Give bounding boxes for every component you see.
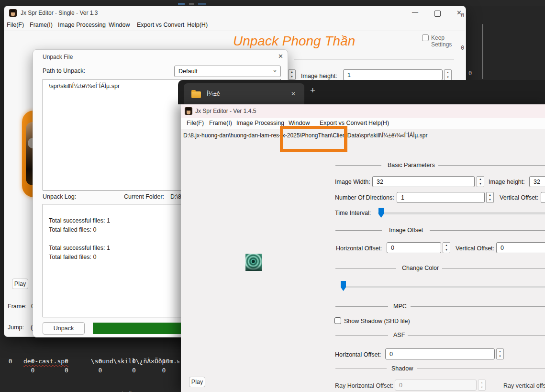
section-line (408, 335, 545, 336)
show-shadow-label: Show Shadow (SHD file) (344, 318, 410, 325)
editor-window: Jx Spr Editor - Ver 1.4.5 File(F) Frame(… (181, 104, 545, 392)
unpack-path-combobox[interactable]: Default (174, 66, 281, 77)
image-width-input[interactable]: 32 (372, 176, 475, 187)
io-vertical-input[interactable]: 0 (496, 242, 545, 253)
change-color-slider-track[interactable] (341, 286, 545, 288)
v13-separator (294, 59, 454, 59)
section-line (335, 230, 382, 231)
section-line (335, 306, 388, 307)
section-line (335, 335, 388, 336)
new-tab-button[interactable]: + (310, 85, 315, 96)
window-fragment (189, 3, 194, 5)
image-width-label: Image Width: (335, 179, 370, 185)
tab-close-icon[interactable]: ✕ (291, 90, 296, 97)
v13-play-button[interactable]: Play (12, 279, 28, 289)
sprite-preview-image (245, 254, 262, 271)
folder-icon (191, 91, 201, 98)
annotation-highlight-rect (280, 126, 347, 152)
ray-horizontal-input[interactable]: 0 (395, 380, 477, 391)
close-button[interactable]: ✕ (278, 53, 283, 60)
section-asf: ASF (393, 332, 405, 338)
io-horizontal-input[interactable]: 0 (387, 242, 441, 253)
menu-frame[interactable]: Frame(I) (209, 120, 232, 126)
menu-window[interactable]: Window (109, 22, 130, 28)
explorer-tab-bar: Í¼±ê ✕ + (178, 80, 545, 104)
annotation-title: Unpack Phong Thần (233, 34, 355, 49)
vertical-offset-label: Vertical Offset: (500, 194, 538, 201)
spinner[interactable]: ▲▼ (496, 348, 504, 359)
menu-export-vs-convert[interactable]: Export vs Convert (320, 120, 367, 126)
current-folder-label: Current Folder: (124, 193, 164, 200)
section-line (335, 165, 381, 166)
section-line (430, 230, 545, 231)
editor-play-button[interactable]: Play (189, 377, 205, 387)
v13-image-height-input[interactable]: 1 (343, 69, 443, 80)
unpack-button[interactable]: Unpack (43, 322, 85, 335)
menu-file[interactable]: File(F) (187, 120, 204, 126)
menu-frame[interactable]: Frame(I) (30, 22, 53, 28)
change-color-slider-thumb[interactable] (341, 281, 346, 291)
log-line: Total failed files: 0 (49, 226, 96, 233)
menu-window[interactable]: Window (289, 120, 310, 126)
asf-horizontal-input[interactable]: 0 (385, 348, 495, 359)
terminal-line: n-cast.spr \sound\skill\¿ñÀ×Õðµ0m.wav \s… (1, 381, 179, 392)
maximize-button[interactable] (434, 11, 441, 17)
app-icon (9, 9, 17, 17)
vertical-offset-input[interactable]: 0 (541, 192, 545, 203)
window-fragment (198, 3, 206, 5)
spinner[interactable]: ▲▼ (478, 380, 486, 391)
asf-horizontal-label: Horizontal Offset: (335, 351, 381, 358)
minimize-button[interactable]: — (412, 9, 418, 16)
section-basic-parameters: Basic Parameters (388, 162, 435, 168)
section-line (411, 306, 545, 307)
v13-frame-label: Frame: (8, 303, 27, 310)
spinner[interactable]: ▲▼ (477, 176, 484, 187)
time-interval-slider-track[interactable] (378, 213, 545, 214)
menu-export-vs-convert[interactable]: Export vs Convert (137, 22, 184, 28)
unpack-log-label: Unpack Log: (43, 193, 76, 200)
section-shadow: Shadow (391, 365, 413, 372)
image-height-label: Image height: (489, 179, 525, 185)
ray-horizontal-label: Ray Horizontal Offset: (335, 382, 393, 389)
image-height-input[interactable]: 32 (529, 176, 545, 187)
terminal-line: 0 0 0 0 0 (1, 366, 179, 375)
current-folder-value: D:\8 (170, 193, 181, 200)
v13-image-height-label: Image height: (301, 73, 337, 79)
explorer-active-tab[interactable]: Í¼±ê ✕ (184, 83, 304, 104)
window-fragment (178, 3, 185, 5)
menu-image-processing[interactable]: Image Processing (236, 120, 284, 126)
section-line (417, 369, 545, 369)
section-mpc: MPC (393, 303, 407, 310)
console-scrollbar[interactable] (482, 24, 483, 79)
editor-window-title: Jx Spr Editor - Ver 1.4.5 (195, 108, 256, 114)
spinner[interactable]: ▲▼ (486, 192, 494, 203)
io-vertical-label: Vertical Offset: (456, 245, 494, 252)
keep-settings-checkbox[interactable] (422, 34, 429, 41)
spinner[interactable]: ▲▼ (288, 69, 296, 80)
menu-help[interactable]: Help(H) (187, 22, 208, 28)
v13-jump-label: Jump: (8, 324, 24, 331)
time-interval-slider-thumb[interactable] (378, 208, 384, 218)
ray-vertical-label: Ray vertical offset: (503, 382, 545, 389)
log-line: Total successful files: 1 (49, 245, 110, 251)
log-line: Total failed files: 0 (49, 254, 96, 260)
menu-help[interactable]: Help(H) (368, 120, 389, 126)
screenshot-canvas: 0 der-cast.spr \sound\skill\¿ñÀ×Õðµ0m.wa… (0, 0, 545, 392)
menu-file[interactable]: File(F) (7, 22, 24, 28)
path-to-unpack-label: Path to Unpack: (43, 67, 85, 74)
show-shadow-checkbox[interactable] (334, 317, 341, 324)
section-line (335, 268, 396, 269)
chevron-down-icon[interactable]: ⌄ (272, 66, 278, 73)
section-line (442, 268, 545, 269)
directions-label: Number Of Directions: (335, 194, 394, 201)
console-top-strip (0, 0, 545, 6)
spinner[interactable]: ▲▼ (444, 69, 452, 80)
spinner[interactable]: ▲▼ (443, 242, 450, 253)
section-change-color: Change Color (402, 265, 439, 271)
time-interval-label: Time Interval: (335, 210, 371, 216)
section-line (438, 165, 545, 166)
directions-input[interactable]: 1 (397, 192, 485, 203)
file-list-item[interactable]: \spr\skill\Í¼±ê\¾«Í¨ÍÁÌµ.spr (49, 83, 120, 90)
v13-window-title: Jx Spr Editor - Single - Ver 1.3 (21, 10, 98, 16)
menu-image-processing[interactable]: Image Processing (58, 22, 106, 28)
